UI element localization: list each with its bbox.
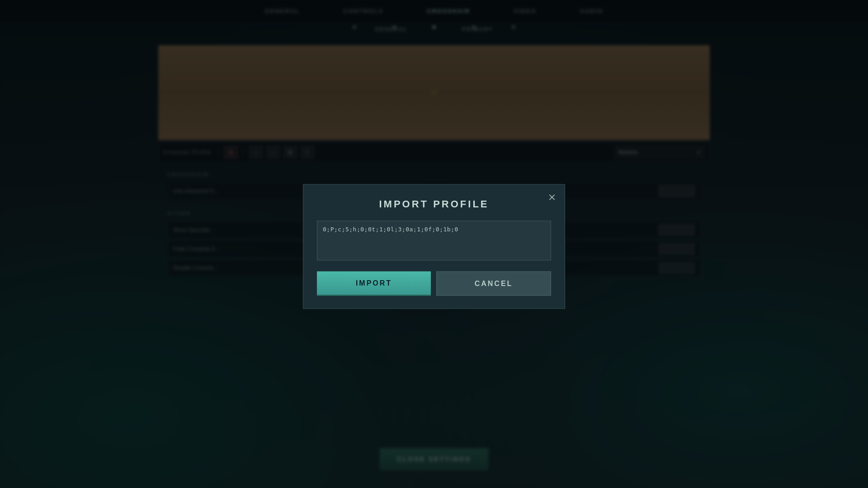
cancel-button[interactable]: CANCEL — [436, 272, 551, 296]
modal-button-row: IMPORT CANCEL — [317, 272, 551, 296]
modal-close-button[interactable] — [546, 191, 558, 204]
modal-title: IMPORT PROFILE — [317, 198, 551, 210]
import-button[interactable]: IMPORT — [317, 272, 431, 296]
import-profile-modal: IMPORT PROFILE 0;P;c;5;h;0;0t;1;0l;3;0a;… — [303, 184, 565, 309]
profile-code-input[interactable]: 0;P;c;5;h;0;0t;1;0l;3;0a;1;0f;0;1b;0 — [317, 221, 551, 261]
close-icon — [547, 193, 557, 202]
